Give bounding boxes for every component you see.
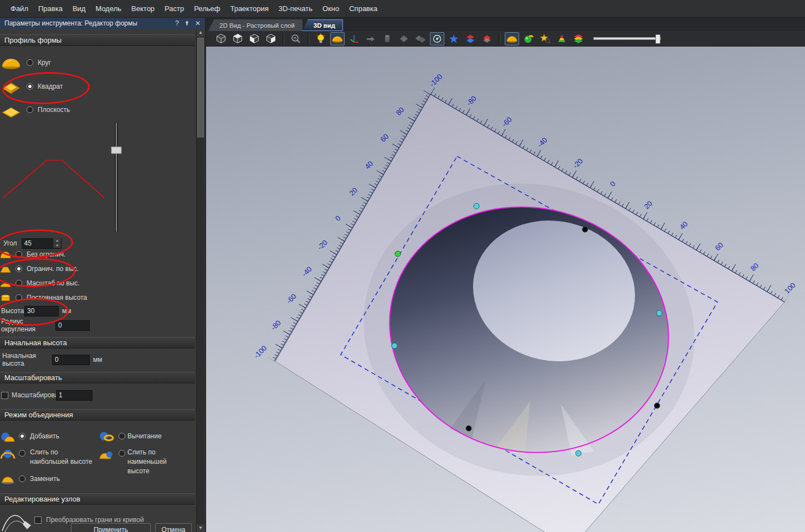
menu-model[interactable]: Модель	[90, 4, 126, 13]
material-pyramid-icon[interactable]	[555, 32, 569, 45]
smooth-relief-icon[interactable]	[521, 32, 536, 45]
ruler-label: 40	[678, 219, 689, 231]
extrude-relief-icon[interactable]	[380, 32, 394, 45]
radio-plane[interactable]	[27, 106, 33, 113]
shape-option-square[interactable]: Квадрат	[0, 76, 195, 97]
panel-scrollbar[interactable]: ▲ ▼	[196, 29, 204, 532]
radio-add[interactable]	[19, 433, 25, 439]
menu-relief[interactable]: Рельеф	[189, 4, 225, 13]
pin-icon[interactable]	[184, 20, 190, 27]
view-toolbar	[206, 31, 805, 47]
vector-node-cyan[interactable]	[576, 451, 581, 456]
height-input[interactable]	[24, 306, 59, 316]
tab-2d-view[interactable]: 2D Вид - Растровый слой	[208, 19, 302, 31]
combine-row-2: Слить по наибольшей высоте Слить по наим…	[0, 448, 195, 473]
radio-constant-height[interactable]	[16, 294, 22, 301]
scale-input[interactable]	[56, 390, 93, 401]
scroll-thumb[interactable]	[197, 38, 204, 137]
delete-relief-icon[interactable]	[480, 32, 494, 45]
light-glyph	[315, 33, 326, 44]
radio-subtract[interactable]	[119, 433, 125, 439]
zoom-in-icon[interactable]	[289, 32, 303, 45]
tool-parameters-panel: Параметры инструмента: Редактор формы ? …	[0, 18, 206, 532]
3d-viewport[interactable]: -100 -80 -60 -40 -20 0 20 40 60 80 100 8…	[206, 47, 805, 532]
menu-window[interactable]: Окно	[317, 4, 344, 13]
vector-node-black[interactable]	[582, 227, 588, 232]
menu-help[interactable]: Справка	[344, 4, 382, 13]
radius-label: Радиус округления	[1, 318, 54, 333]
radio-limit-height[interactable]	[16, 265, 22, 272]
radio-merge-low[interactable]	[119, 450, 125, 457]
view-iso-glyph	[216, 33, 227, 44]
scroll-down-arrow[interactable]: ▼	[197, 524, 204, 532]
replace-mode-icon	[0, 473, 16, 485]
limit-option-label: Огранич. по выс.	[27, 265, 79, 273]
merge-low-mode-icon	[99, 448, 114, 460]
menu-file[interactable]: Файл	[6, 4, 33, 13]
origin-axes-icon[interactable]	[347, 32, 361, 45]
menu-3dprint[interactable]: 3D-печать	[274, 4, 317, 13]
close-panel-button[interactable]: ✕	[195, 19, 201, 27]
radio-merge-high[interactable]	[19, 450, 25, 457]
texture-relief-icon[interactable]	[447, 32, 461, 45]
relief-circle-tool-icon[interactable]	[430, 32, 444, 45]
radius-input[interactable]	[55, 320, 90, 331]
angle-slider-handle[interactable]	[111, 147, 121, 154]
toolbar-separator	[283, 33, 284, 44]
vector-node-cyan[interactable]	[392, 343, 397, 349]
relief-tool-disabled-icon-2[interactable]	[413, 32, 428, 45]
view-iso-icon[interactable]	[214, 32, 228, 45]
vector-node-cyan[interactable]	[474, 203, 479, 209]
limit-height-icon	[0, 265, 11, 273]
vector-node-black[interactable]	[654, 403, 660, 408]
find-relief-icon[interactable]	[538, 32, 552, 45]
node-edit-checkbox[interactable]	[34, 516, 42, 524]
limit-option-constant[interactable]: Постоянная высота	[0, 291, 195, 304]
limit-option-scale[interactable]: Масштаб по выс.	[0, 277, 195, 289]
radio-circle[interactable]	[27, 59, 33, 66]
relief-diamond-stack-icon[interactable]	[463, 32, 478, 45]
scroll-up-arrow[interactable]: ▲	[197, 29, 204, 37]
view-z-glyph	[265, 33, 276, 44]
shape-editor-icon[interactable]	[330, 32, 345, 45]
panel-title: Параметры инструмента: Редактор формы	[4, 19, 137, 27]
scale-height-icon	[0, 279, 11, 288]
limit-option-by-height[interactable]: Огранич. по выс.	[0, 263, 195, 275]
vector-node-black[interactable]	[466, 426, 471, 431]
menu-view[interactable]: Вид	[68, 4, 91, 13]
vector-node-cyan[interactable]	[657, 310, 662, 316]
cancel-button[interactable]: Отмена	[155, 523, 192, 532]
shape-option-circle[interactable]: Круг	[0, 52, 195, 73]
menu-vector[interactable]: Вектор	[126, 4, 160, 13]
relief-tool-disabled-icon-1[interactable]	[397, 32, 411, 45]
radio-scale-height[interactable]	[16, 280, 22, 287]
vector-node-green[interactable]	[395, 251, 401, 257]
shape-tool-icon[interactable]	[505, 32, 519, 45]
limit-option-none[interactable]: Без огранич.	[0, 248, 195, 260]
start-height-input[interactable]	[52, 355, 90, 365]
menu-toolpath[interactable]: Траектория	[225, 4, 273, 13]
light-bulb-icon[interactable]	[314, 32, 328, 45]
radio-replace[interactable]	[19, 475, 25, 482]
angle-spinner[interactable]: ▲▼	[53, 238, 61, 248]
view-along-x-icon[interactable]	[230, 32, 245, 45]
help-button[interactable]: ?	[175, 19, 179, 27]
layer-stack-icon[interactable]	[571, 32, 586, 45]
apply-button[interactable]: Применить	[71, 523, 151, 532]
plane-shape-icon	[1, 102, 21, 117]
shape-option-plane[interactable]: Плоскость	[0, 99, 195, 120]
height-row: Высота мм	[0, 305, 195, 317]
radio-no-limit[interactable]	[16, 251, 22, 258]
relief-opacity-slider[interactable]	[593, 37, 661, 40]
transform-relief-icon[interactable]	[363, 32, 378, 45]
opacity-slider-handle[interactable]	[655, 34, 660, 44]
radio-square[interactable]	[27, 83, 33, 90]
menu-raster[interactable]: Растр	[160, 4, 189, 13]
ruler-label: 100	[783, 281, 797, 295]
view-along-z-icon[interactable]	[264, 32, 278, 45]
ruler-label: 80	[394, 105, 406, 117]
tab-3d-view[interactable]: 3D вид	[302, 19, 343, 31]
menu-edit[interactable]: Правка	[33, 4, 68, 13]
scale-checkbox[interactable]	[1, 392, 8, 399]
view-along-y-icon[interactable]	[247, 32, 262, 45]
